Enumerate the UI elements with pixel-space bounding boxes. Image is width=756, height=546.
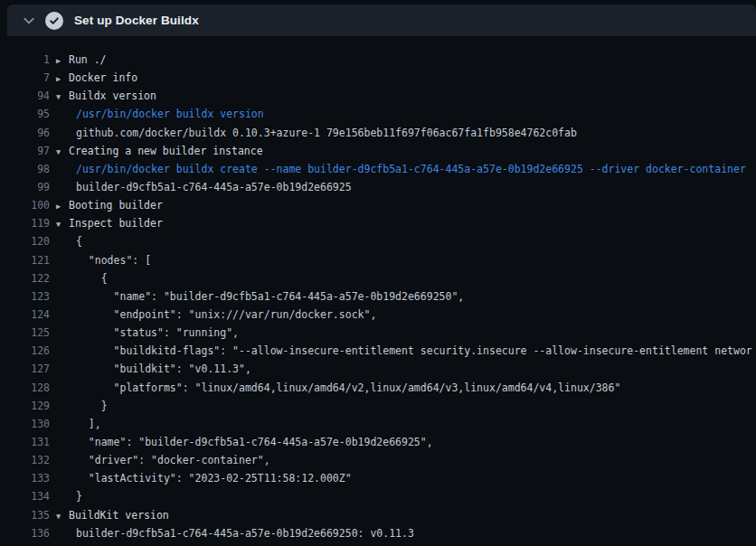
log-row: 129 } <box>0 397 756 415</box>
line-number[interactable]: 97 <box>0 142 50 160</box>
log-row: 126 "buildkitd-flags": "--allow-insecure… <box>0 342 756 360</box>
log-group-row[interactable]: 7▶Docker info <box>0 69 756 87</box>
line-number[interactable]: 95 <box>0 105 50 123</box>
group-label: Run ./ <box>69 51 107 69</box>
log-group-row[interactable]: 135▼BuildKit version <box>0 506 756 524</box>
triangle-down-icon[interactable]: ▼ <box>56 215 69 232</box>
output-text: ], <box>76 415 101 433</box>
line-number[interactable]: 99 <box>0 178 50 196</box>
line-number[interactable]: 136 <box>0 524 50 542</box>
group-label: BuildKit version <box>69 506 169 524</box>
line-number[interactable]: 130 <box>0 415 50 433</box>
output-text: "buildkit": "v0.11.3", <box>76 360 251 378</box>
log-row: 123 "name": "builder-d9cfb5a1-c764-445a-… <box>0 287 756 306</box>
output-text: builder-d9cfb5a1-c764-445a-a57e-0b19d2e6… <box>76 178 352 196</box>
line-number[interactable]: 121 <box>0 251 50 269</box>
step-title: Set up Docker Buildx <box>74 14 199 27</box>
group-label: Docker info <box>69 69 137 87</box>
actions-log-page: Set up Docker Buildx 1▶Run ./7▶Docker in… <box>0 0 756 546</box>
log-row: 130 ], <box>0 415 756 433</box>
log-row: 131 "name": "builder-d9cfb5a1-c764-445a-… <box>0 433 756 451</box>
line-number[interactable]: 123 <box>0 287 50 306</box>
log-row: 132 "driver": "docker-container", <box>0 451 756 469</box>
output-text: { <box>76 269 108 287</box>
log-row: 125 "status": "running", <box>0 324 756 342</box>
output-text: "name": "builder-d9cfb5a1-c764-445a-a57e… <box>76 287 464 306</box>
triangle-right-icon[interactable]: ▶ <box>56 197 69 214</box>
triangle-right-icon[interactable]: ▶ <box>56 52 69 69</box>
line-number[interactable]: 120 <box>0 232 50 250</box>
output-text: "endpoint": "unix:///var/run/docker.sock… <box>76 306 376 324</box>
triangle-right-icon[interactable]: ▶ <box>56 70 69 87</box>
check-circle-icon <box>45 12 63 30</box>
log-row: 95/usr/bin/docker buildx version <box>0 105 756 123</box>
line-number[interactable]: 135 <box>0 506 50 524</box>
output-text: { <box>76 232 82 250</box>
triangle-down-icon[interactable]: ▼ <box>56 507 69 524</box>
output-text: "lastActivity": "2023-02-25T11:58:12.000… <box>76 469 352 487</box>
line-number[interactable]: 127 <box>0 360 50 378</box>
line-number[interactable]: 119 <box>0 214 50 232</box>
triangle-down-icon[interactable]: ▼ <box>56 143 69 160</box>
log-row: 96github.com/docker/buildx 0.10.3+azure-… <box>0 124 756 142</box>
line-number[interactable]: 128 <box>0 379 50 397</box>
line-number[interactable]: 133 <box>0 469 50 487</box>
output-text: "buildkitd-flags": "--allow-insecure-ent… <box>76 342 752 360</box>
line-number[interactable]: 7 <box>0 69 50 87</box>
output-text: "platforms": "linux/amd64,linux/amd64/v2… <box>76 379 620 397</box>
log-row: 136builder-d9cfb5a1-c764-445a-a57e-0b19d… <box>0 524 756 542</box>
output-text: "name": "builder-d9cfb5a1-c764-445a-a57e… <box>76 433 433 451</box>
triangle-down-icon[interactable]: ▼ <box>56 88 69 105</box>
line-number[interactable]: 129 <box>0 397 50 415</box>
log-group-row[interactable]: 100▶Booting builder <box>0 196 756 214</box>
command-text: /usr/bin/docker buildx version <box>76 105 264 123</box>
group-label: Buildx version <box>69 87 156 105</box>
chevron-down-icon[interactable] <box>22 14 36 28</box>
line-number[interactable]: 125 <box>0 324 50 342</box>
line-number[interactable]: 98 <box>0 160 50 178</box>
log-row: 124 "endpoint": "unix:///var/run/docker.… <box>0 306 756 324</box>
group-label: Creating a new builder instance <box>69 142 263 160</box>
log-group-row[interactable]: 1▶Run ./ <box>0 51 756 69</box>
log-group-row[interactable]: 119▼Inspect builder <box>0 214 756 232</box>
line-number[interactable]: 131 <box>0 433 50 451</box>
log-group-row[interactable]: 94▼Buildx version <box>0 87 756 105</box>
output-text: github.com/docker/buildx 0.10.3+azure-1 … <box>76 124 577 142</box>
log-row: 98/usr/bin/docker buildx create --name b… <box>0 160 756 178</box>
log-row: 134} <box>0 487 756 505</box>
group-label: Inspect builder <box>69 214 163 232</box>
line-number[interactable]: 94 <box>0 87 50 105</box>
output-text: } <box>76 397 108 415</box>
log-viewer: 1▶Run ./7▶Docker info94▼Buildx version95… <box>0 36 756 546</box>
line-number[interactable]: 96 <box>0 124 50 142</box>
output-text: } <box>76 487 82 505</box>
log-group-row[interactable]: 97▼Creating a new builder instance <box>0 142 756 160</box>
log-row: 128 "platforms": "linux/amd64,linux/amd6… <box>0 379 756 397</box>
output-text: "driver": "docker-container", <box>76 451 270 469</box>
output-text: builder-d9cfb5a1-c764-445a-a57e-0b19d2e6… <box>76 524 414 542</box>
log-row: 120{ <box>0 232 756 250</box>
log-row: 121 "nodes": [ <box>0 251 756 269</box>
group-label: Booting builder <box>69 196 163 214</box>
output-text: "status": "running", <box>76 324 239 342</box>
line-number[interactable]: 132 <box>0 451 50 469</box>
log-row: 122 { <box>0 269 756 287</box>
log-row: 133 "lastActivity": "2023-02-25T11:58:12… <box>0 469 756 487</box>
line-number[interactable]: 122 <box>0 269 50 287</box>
command-text: /usr/bin/docker buildx create --name bui… <box>76 160 746 178</box>
output-text: "nodes": [ <box>76 251 151 269</box>
line-number[interactable]: 126 <box>0 342 50 360</box>
log-row: 127 "buildkit": "v0.11.3", <box>0 360 756 378</box>
line-number[interactable]: 100 <box>0 196 50 214</box>
line-number[interactable]: 134 <box>0 487 50 505</box>
line-number[interactable]: 124 <box>0 306 50 324</box>
step-header[interactable]: Set up Docker Buildx <box>7 5 756 36</box>
line-number[interactable]: 1 <box>0 51 50 69</box>
log-row: 99builder-d9cfb5a1-c764-445a-a57e-0b19d2… <box>0 178 756 196</box>
